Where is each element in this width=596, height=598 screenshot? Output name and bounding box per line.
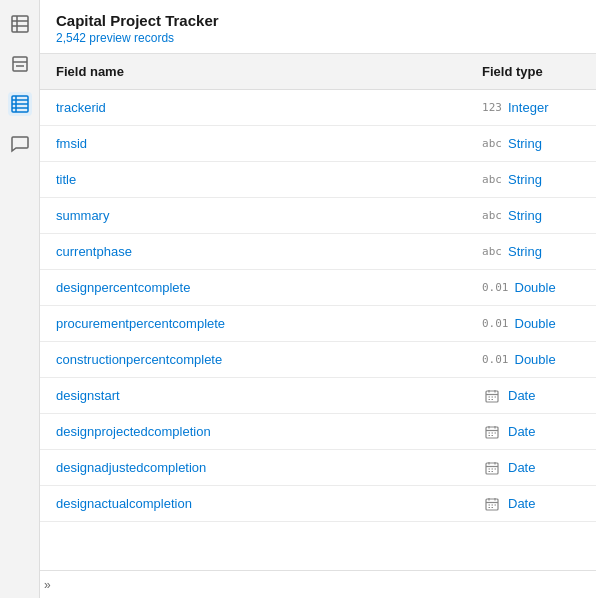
- col-field-type: Field type: [466, 54, 596, 90]
- field-type-cell: 123Integer: [466, 90, 596, 125]
- table-header-row: Field name Field type: [40, 54, 596, 90]
- table-row: fmsidabcString: [40, 126, 596, 162]
- type-label: String: [508, 208, 542, 223]
- field-name-cell: procurementpercentcomplete: [40, 306, 466, 342]
- table-row: currentphaseabcString: [40, 234, 596, 270]
- field-type-cell: Date: [466, 450, 596, 485]
- main-panel: Capital Project Tracker 2,542 preview re…: [40, 0, 596, 598]
- type-label: Date: [508, 388, 535, 403]
- field-type-cell: 0.01Double: [466, 306, 596, 341]
- record-count: 2,542 preview records: [56, 31, 580, 45]
- page-title: Capital Project Tracker: [56, 12, 580, 29]
- field-name-cell: fmsid: [40, 126, 466, 162]
- field-name-cell: designstart: [40, 378, 466, 414]
- field-name-cell: summary: [40, 198, 466, 234]
- sidebar: [0, 0, 40, 598]
- table-row: designactualcompletion Date: [40, 486, 596, 522]
- field-type-cell: abcString: [466, 162, 596, 197]
- type-icon: 0.01: [482, 317, 509, 330]
- type-icon: abc: [482, 173, 502, 186]
- type-icon: [482, 389, 502, 403]
- type-label: Date: [508, 460, 535, 475]
- type-label: Double: [515, 316, 556, 331]
- comment-icon[interactable]: [8, 132, 32, 156]
- type-icon: 0.01: [482, 353, 509, 366]
- table-container[interactable]: Field name Field type trackerid123Intege…: [40, 54, 596, 570]
- expand-bar[interactable]: »: [40, 570, 596, 598]
- type-label: String: [508, 172, 542, 187]
- table-row: designpercentcomplete0.01Double: [40, 270, 596, 306]
- table-icon[interactable]: [8, 12, 32, 36]
- field-type-cell: Date: [466, 486, 596, 521]
- type-icon: [482, 461, 502, 475]
- field-name-cell: designpercentcomplete: [40, 270, 466, 306]
- field-type-cell: abcString: [466, 198, 596, 233]
- fields-table: Field name Field type trackerid123Intege…: [40, 54, 596, 522]
- type-label: String: [508, 244, 542, 259]
- schema-icon[interactable]: [8, 92, 32, 116]
- filter-icon[interactable]: [8, 52, 32, 76]
- type-icon: abc: [482, 245, 502, 258]
- type-icon: 0.01: [482, 281, 509, 294]
- table-row: summaryabcString: [40, 198, 596, 234]
- field-type-cell: abcString: [466, 126, 596, 161]
- table-row: titleabcString: [40, 162, 596, 198]
- table-row: trackerid123Integer: [40, 90, 596, 126]
- table-row: designprojectedcompletion Date: [40, 414, 596, 450]
- field-name-cell: constructionpercentcomplete: [40, 342, 466, 378]
- header: Capital Project Tracker 2,542 preview re…: [40, 0, 596, 54]
- type-icon: abc: [482, 209, 502, 222]
- type-label: Date: [508, 496, 535, 511]
- expand-icon: »: [44, 578, 51, 592]
- table-row: designstart Date: [40, 378, 596, 414]
- field-type-cell: Date: [466, 378, 596, 413]
- field-type-cell: 0.01Double: [466, 342, 596, 377]
- field-type-cell: 0.01Double: [466, 270, 596, 305]
- field-type-cell: Date: [466, 414, 596, 449]
- type-icon: 123: [482, 101, 502, 114]
- type-label: Double: [515, 352, 556, 367]
- table-row: designadjustedcompletion Date: [40, 450, 596, 486]
- type-icon: [482, 497, 502, 511]
- type-label: Double: [515, 280, 556, 295]
- type-label: Date: [508, 424, 535, 439]
- col-field-name: Field name: [40, 54, 466, 90]
- field-name-cell: designadjustedcompletion: [40, 450, 466, 486]
- field-name-cell: currentphase: [40, 234, 466, 270]
- table-row: constructionpercentcomplete0.01Double: [40, 342, 596, 378]
- field-name-cell: title: [40, 162, 466, 198]
- field-name-cell: designprojectedcompletion: [40, 414, 466, 450]
- type-icon: abc: [482, 137, 502, 150]
- field-name-cell: trackerid: [40, 90, 466, 126]
- type-label: String: [508, 136, 542, 151]
- table-row: procurementpercentcomplete0.01Double: [40, 306, 596, 342]
- type-label: Integer: [508, 100, 548, 115]
- svg-rect-4: [13, 57, 27, 71]
- field-name-cell: designactualcompletion: [40, 486, 466, 522]
- field-type-cell: abcString: [466, 234, 596, 269]
- svg-rect-0: [12, 16, 28, 32]
- type-icon: [482, 425, 502, 439]
